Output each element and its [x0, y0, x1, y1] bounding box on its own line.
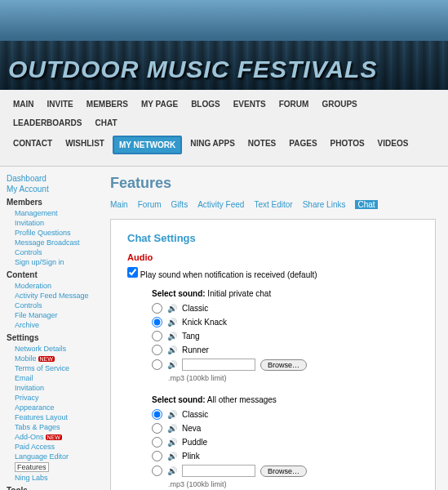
sidebar-content-items: ModerationActivity Feed MessageControlsF…: [7, 281, 91, 330]
main-nav: MAININVITEMEMBERSMY PAGEBLOGSEVENTSFORUM…: [0, 90, 448, 167]
sound-radio-tang[interactable]: [152, 331, 162, 341]
nav-item-leaderboards[interactable]: LEADERBOARDS: [8, 115, 86, 131]
nav-item-photos[interactable]: PHOTOS: [326, 136, 370, 154]
sidebar: DashboardMy Account Members ManagementIn…: [0, 167, 98, 490]
nav-item-invite[interactable]: INVITE: [42, 96, 78, 112]
play-icon[interactable]: 🔊: [167, 424, 177, 433]
nav-row-1: MAININVITEMEMBERSMY PAGEBLOGSEVENTSFORUM…: [8, 96, 440, 131]
play-icon[interactable]: 🔊: [167, 360, 177, 369]
panel-title: Chat Settings: [127, 232, 419, 244]
nav-item-my-page[interactable]: MY PAGE: [136, 96, 183, 112]
sidebar-link-language-editor[interactable]: Language Editor: [15, 452, 91, 461]
sidebar-link-appearance[interactable]: Appearance: [15, 403, 91, 412]
sidebar-link-network-details[interactable]: Network Details: [15, 344, 91, 354]
sound-radio-neva[interactable]: [152, 423, 162, 434]
sound-label: Runner: [182, 345, 209, 354]
tab-activity-feed[interactable]: Activity Feed: [197, 200, 244, 209]
tab-gifts[interactable]: Gifts: [171, 200, 189, 209]
nav-item-forum[interactable]: FORUM: [274, 96, 314, 112]
play-icon[interactable]: 🔊: [167, 345, 177, 354]
sidebar-link-message-broadcast[interactable]: Message Broadcast: [15, 238, 91, 247]
sound-radio-custom1[interactable]: [152, 359, 162, 370]
nav-item-my-network[interactable]: MY NETWORK: [113, 136, 182, 154]
sidebar-link-controls[interactable]: Controls: [15, 301, 91, 310]
play-icon[interactable]: 🔊: [167, 318, 177, 327]
tab-text-editor[interactable]: Text Editor: [254, 200, 292, 209]
sidebar-link-ning-labs[interactable]: Ning Labs: [15, 473, 91, 483]
tab-main[interactable]: Main: [110, 200, 128, 209]
sidebar-link-add-ons[interactable]: Add-OnsNEW: [15, 432, 91, 442]
sound-label: Plink: [182, 452, 200, 461]
chat-settings-panel: Chat Settings Audio Play sound when noti…: [110, 219, 436, 490]
sound-option: 🔊Neva: [152, 423, 419, 434]
sound-file-input1[interactable]: [182, 359, 255, 371]
sidebar-link-terms-of-service[interactable]: Terms of Service: [15, 363, 91, 373]
sound-radio-custom2[interactable]: [152, 466, 162, 476]
nav-item-wishlist[interactable]: WISHLIST: [60, 136, 109, 154]
new-badge: NEW: [46, 434, 62, 440]
sidebar-link-invitation[interactable]: Invitation: [15, 218, 91, 228]
sidebar-link-profile-questions[interactable]: Profile Questions: [15, 228, 91, 238]
sidebar-link-activity-feed-message[interactable]: Activity Feed Message: [15, 291, 91, 301]
sidebar-link-features-layout[interactable]: Features Layout: [15, 412, 91, 422]
sidebar-link-archive[interactable]: Archive: [15, 320, 91, 330]
tab-forum[interactable]: Forum: [138, 200, 162, 209]
sidebar-link-dashboard[interactable]: Dashboard: [7, 173, 91, 184]
sound-radio-classic[interactable]: [152, 409, 162, 420]
nav-item-notes[interactable]: NOTES: [243, 136, 281, 154]
sound-radio-classic[interactable]: [152, 303, 162, 314]
sidebar-link-mobile[interactable]: MobileNEW: [15, 354, 91, 363]
sound-group1-options: 🔊Classic🔊Knick Knack🔊Tang🔊Runner: [152, 303, 419, 355]
audio-title: Audio: [127, 252, 419, 262]
sidebar-link-sign-up-sign-in[interactable]: Sign up/Sign in: [15, 257, 91, 267]
sound-radio-plink[interactable]: [152, 451, 162, 461]
sidebar-link-my-account[interactable]: My Account: [7, 184, 91, 194]
nav-item-main[interactable]: MAIN: [8, 96, 39, 112]
browse-button-2[interactable]: Browse…: [260, 466, 307, 477]
sound-label: Classic: [182, 304, 208, 313]
browse-button-1[interactable]: Browse…: [260, 359, 307, 371]
play-icon[interactable]: 🔊: [167, 304, 177, 313]
sidebar-link-privacy[interactable]: Privacy: [15, 393, 91, 403]
play-icon[interactable]: 🔊: [167, 410, 177, 419]
new-badge: NEW: [38, 356, 55, 362]
sidebar-link-controls[interactable]: Controls: [15, 247, 91, 257]
sidebar-link-file-manager[interactable]: File Manager: [15, 310, 91, 320]
nav-item-events[interactable]: EVENTS: [228, 96, 271, 112]
nav-item-chat[interactable]: CHAT: [90, 115, 122, 131]
sound-option: 🔊Classic: [152, 409, 419, 420]
play-sound-checkbox[interactable]: [127, 267, 138, 278]
sound-radio-runner[interactable]: [152, 345, 162, 355]
play-icon[interactable]: 🔊: [167, 438, 177, 447]
sidebar-section-members: Members: [7, 198, 91, 207]
sound-file-input2[interactable]: [182, 465, 255, 477]
sidebar-link-moderation[interactable]: Moderation: [15, 281, 91, 291]
sidebar-link-features[interactable]: Features: [15, 461, 91, 473]
sidebar-link-paid-access[interactable]: Paid Access: [15, 442, 91, 452]
nav-item-videos[interactable]: VIDEOS: [373, 136, 414, 154]
tab-chat[interactable]: Chat: [355, 200, 377, 209]
sound-label: Knick Knack: [182, 318, 227, 327]
nav-item-ning-apps[interactable]: NING APPS: [185, 136, 240, 154]
play-icon[interactable]: 🔊: [167, 452, 177, 461]
play-icon[interactable]: 🔊: [167, 332, 177, 341]
sidebar-link-tabs-pages[interactable]: Tabs & Pages: [15, 422, 91, 432]
tab-share-links[interactable]: Share Links: [303, 200, 346, 209]
sidebar-link-email[interactable]: Email: [15, 373, 91, 383]
sound-radio-knick-knack[interactable]: [152, 317, 162, 327]
sidebar-members-items: ManagementInvitationProfile QuestionsMes…: [7, 208, 91, 267]
nav-item-pages[interactable]: PAGES: [284, 136, 322, 154]
nav-item-groups[interactable]: GROUPS: [317, 96, 362, 112]
sidebar-link-management[interactable]: Management: [15, 208, 91, 218]
nav-item-contact[interactable]: CONTACT: [8, 136, 57, 154]
sound-label: Neva: [182, 424, 201, 433]
sound-option: 🔊Tang: [152, 331, 419, 341]
sound-option: 🔊Classic: [152, 303, 419, 314]
sound-hint1: .mp3 (100kb limit): [152, 374, 419, 382]
sidebar-link-invitation[interactable]: Invitation: [15, 383, 91, 393]
play-icon[interactable]: 🔊: [167, 466, 177, 475]
nav-item-members[interactable]: MEMBERS: [82, 96, 133, 112]
sound-radio-puddle[interactable]: [152, 437, 162, 448]
sound-option: 🔊Puddle: [152, 437, 419, 448]
nav-item-blogs[interactable]: BLOGS: [186, 96, 225, 112]
